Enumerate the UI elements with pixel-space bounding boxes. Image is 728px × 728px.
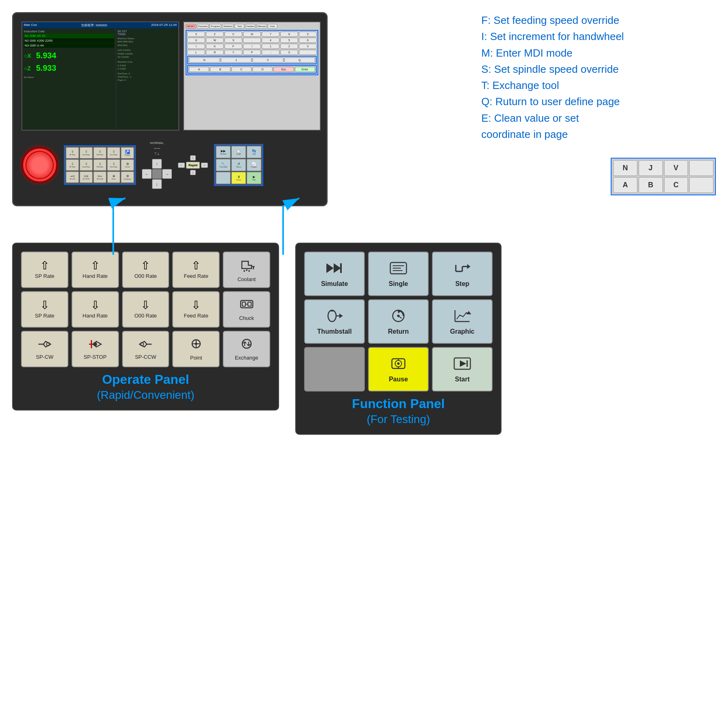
key-r[interactable]: R xyxy=(206,50,224,55)
key-m[interactable]: M xyxy=(243,32,261,37)
detail-key-c[interactable]: C xyxy=(664,177,688,193)
func-single[interactable]: Single xyxy=(368,252,429,296)
key-l[interactable]: L xyxy=(187,50,205,55)
rapid-up-btn[interactable]: ↑ xyxy=(190,155,196,161)
key-n[interactable]: N xyxy=(189,57,220,63)
func-single-sm[interactable]: 📋Single xyxy=(231,146,246,158)
op-chuck-sm[interactable]: ⚙Chuck xyxy=(121,159,134,171)
handtool-btn[interactable]: Handtool xyxy=(245,24,256,29)
op-spcw-sm[interactable]: ⇒⊙SP-CW xyxy=(66,171,79,183)
op-hand-rate-up-sm[interactable]: ⇧Hand Rate xyxy=(80,147,93,159)
key-i[interactable]: I xyxy=(187,44,205,49)
program-btn[interactable]: Program xyxy=(210,24,221,29)
arrow-right-btn[interactable]: → xyxy=(162,169,172,179)
op-sp-rate-dn-sm[interactable]: ⇩SP Rate xyxy=(66,159,79,171)
key-minus[interactable]: - xyxy=(262,50,279,55)
op-o00-rate-dn[interactable]: ⇩ O00 Rate xyxy=(122,291,169,328)
arrow-up-btn[interactable]: ↑ xyxy=(152,159,162,169)
arrow-left-btn[interactable]: ← xyxy=(142,169,152,179)
key-w[interactable]: W xyxy=(206,38,224,43)
func-pause-sm[interactable]: ⏸Pause xyxy=(231,172,246,184)
op-exchange[interactable]: Exchange xyxy=(223,331,270,367)
func-simulate[interactable]: Simulate xyxy=(304,252,365,296)
rapid-down-btn[interactable]: ↓ xyxy=(190,170,196,175)
op-spcw[interactable]: SP-CW xyxy=(21,331,68,367)
func-simulate-sm[interactable]: ▶▶Simulate xyxy=(216,146,231,158)
key-esc[interactable]: Esc xyxy=(273,67,294,72)
key-v[interactable]: V xyxy=(252,57,284,63)
func-graphic-sm[interactable]: 📈Graphic xyxy=(247,159,261,171)
tool-btn[interactable]: Tool xyxy=(235,24,244,29)
detail-key-a[interactable]: A xyxy=(613,177,637,193)
key-s[interactable]: S xyxy=(224,38,242,43)
op-spstop[interactable]: SP-STOP xyxy=(72,331,119,367)
key-d[interactable]: D xyxy=(252,67,273,72)
rapid-left-btn[interactable]: ← xyxy=(178,163,185,168)
func-return-sm[interactable]: ↺Return xyxy=(231,159,246,171)
detail-key-b[interactable]: B xyxy=(639,177,663,193)
op-point[interactable]: Point xyxy=(172,331,220,367)
redeem-btn[interactable]: Redeem xyxy=(222,24,234,29)
func-graphic[interactable]: Graphic xyxy=(432,299,493,344)
key-q[interactable]: Q xyxy=(284,57,315,63)
key-0[interactable]: 0 xyxy=(280,50,298,55)
key-8[interactable]: 8 xyxy=(280,32,298,37)
func-thumbstall[interactable]: Thumbstall xyxy=(304,299,365,344)
detail-key-j[interactable]: J xyxy=(639,160,663,176)
func-start-sm[interactable]: ▶Start xyxy=(247,172,261,184)
key-c[interactable]: C xyxy=(224,32,242,37)
key-enter[interactable]: Enter xyxy=(295,67,315,72)
op-sp-rate-up-sm[interactable]: ⇧SP Rate xyxy=(66,147,79,159)
op-chuck[interactable]: Chuck xyxy=(223,291,270,328)
op-o00-rate-dn-sm[interactable]: ⇩O00 Rate xyxy=(93,159,106,171)
op-hand-rate-dn-sm[interactable]: ⇩Hand Rate xyxy=(80,159,93,171)
detail-key-v[interactable]: V xyxy=(664,160,688,176)
func-thumbstall-sm[interactable]: 🔧Thumbstall xyxy=(216,159,231,171)
rapid-btn[interactable]: Rapid xyxy=(186,162,200,169)
op-feed-rate-up-sm[interactable]: ⇧Feed Rate xyxy=(107,147,120,159)
key-4[interactable]: 4 xyxy=(262,38,279,43)
key-c-key[interactable]: C xyxy=(231,67,252,72)
func-start[interactable]: Start xyxy=(432,347,493,392)
key-u[interactable]: U xyxy=(187,38,205,43)
key-x[interactable]: X xyxy=(187,32,205,37)
rapid-right-btn[interactable]: → xyxy=(201,163,208,168)
key-f[interactable]: F xyxy=(224,44,242,49)
key-dot-2[interactable]: . xyxy=(299,50,317,55)
key-5[interactable]: 5 xyxy=(280,38,298,43)
op-point-sm[interactable]: ⊕Point xyxy=(107,171,120,183)
op-hand-rate-dn[interactable]: ⇩ Hand Rate xyxy=(72,291,119,328)
detail-key-n[interactable]: N xyxy=(613,160,637,176)
arrow-down-btn[interactable]: ↓ xyxy=(152,179,162,189)
func-step-sm[interactable]: 👣Step xyxy=(247,146,261,158)
emergency-stop-button[interactable] xyxy=(21,147,58,183)
key-p[interactable]: P xyxy=(243,50,261,55)
op-coolant-sm[interactable]: 🚰Coolant xyxy=(121,147,134,159)
op-sp-rate-dn[interactable]: ⇩ SP Rate xyxy=(21,291,68,328)
op-feed-rate-dn[interactable]: ⇩ Feed Rate xyxy=(172,291,220,328)
op-sp-rate-up[interactable]: ⇧ SP Rate xyxy=(21,252,68,288)
reset-btn[interactable]: RESET xyxy=(186,24,196,29)
op-spstop-sm[interactable]: ⊙⊘SP-STOP xyxy=(80,171,93,183)
key-3[interactable]: 3 xyxy=(299,44,317,49)
key-9[interactable]: 9 xyxy=(299,32,317,37)
key-z[interactable]: Z xyxy=(206,32,224,37)
key-2[interactable]: 2 xyxy=(280,44,298,49)
op-coolant[interactable]: Coolant xyxy=(223,252,270,288)
key-slash[interactable]: / xyxy=(243,44,261,49)
op-feed-rate-up[interactable]: ⇧ Feed Rate xyxy=(172,252,220,288)
op-o00-rate-up-sm[interactable]: ⇧O00 Rate xyxy=(93,147,106,159)
key-6[interactable]: 6 xyxy=(299,38,317,43)
manual-btn[interactable]: Manual xyxy=(256,24,267,29)
func-step[interactable]: Step xyxy=(432,252,493,296)
key-j[interactable]: J xyxy=(221,57,252,63)
key-dot-1[interactable]: . xyxy=(243,38,261,43)
op-o00-rate-up[interactable]: ⇧ O00 Rate xyxy=(122,252,169,288)
key-a[interactable]: A xyxy=(189,67,209,72)
auto-btn[interactable]: Auto xyxy=(268,24,277,29)
op-exchange-sm[interactable]: ⚙Exchange xyxy=(121,171,134,183)
func-pause[interactable]: Pause xyxy=(368,347,429,392)
func-return[interactable]: Return xyxy=(368,299,429,344)
key-k[interactable]: K xyxy=(206,44,224,49)
op-spccw[interactable]: SP-CCW xyxy=(122,331,169,367)
